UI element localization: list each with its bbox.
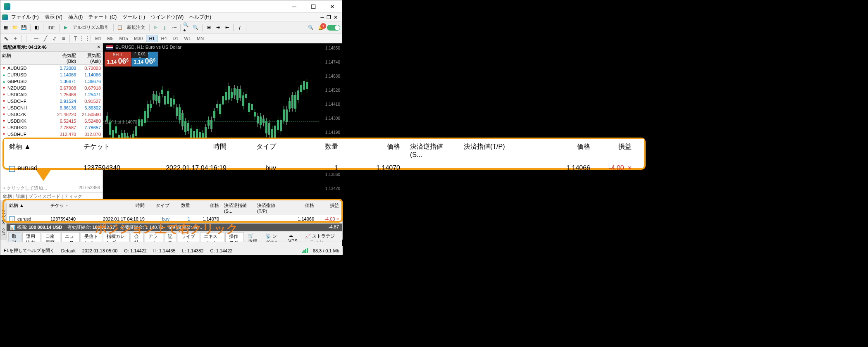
tb-col-tp[interactable]: 決済指値(T/P) <box>255 201 288 215</box>
menu-chart[interactable]: チャート (C) <box>86 13 119 21</box>
tf-m15[interactable]: M15 <box>117 35 131 42</box>
auto-scroll-icon[interactable]: ⇥ <box>214 24 222 31</box>
mdi-close-icon[interactable]: ✕ <box>334 14 338 20</box>
mdi-restore-icon[interactable]: ❐ <box>327 14 331 20</box>
close-button[interactable]: ✕ <box>323 0 342 13</box>
text-icon[interactable]: T <box>72 34 80 43</box>
mw-row-eurusd[interactable]: ▲ EURUSD1.140661.14066 <box>0 71 103 78</box>
algo-trading-button[interactable]: アルゴリズム取引 <box>71 24 111 31</box>
mw-row-usdhkd[interactable]: ▼ USDHKD7.785877.78657 <box>0 124 103 131</box>
menu-help[interactable]: ヘルプ(H) <box>187 13 214 21</box>
minimize-button[interactable]: ─ <box>285 0 304 13</box>
folder-icon[interactable]: 📁 <box>11 24 19 31</box>
mw-col-bid[interactable]: 売気配(Bid) <box>53 52 78 64</box>
trendline-icon[interactable]: ╱ <box>41 34 50 43</box>
tb-col-sl[interactable]: 決済逆指値(S... <box>222 201 255 215</box>
menu-window[interactable]: ウインドウ(W) <box>148 13 186 21</box>
notification-bell[interactable]: 🔔1 <box>318 25 324 30</box>
cb-col-tp: 決済指値(T/P) <box>459 139 521 162</box>
chart-canvas[interactable] <box>103 67 319 200</box>
one-click-volume[interactable]: ⌃ 0.01 ⌃ <box>131 52 148 58</box>
tab-signals[interactable]: シグナル <box>265 233 279 242</box>
mw-row-usdcad[interactable]: ▼ USDCAD1.254681.25471 <box>0 91 103 98</box>
menu-file[interactable]: ファイル (F) <box>9 13 41 21</box>
tab-trade[interactable]: 取引 <box>8 232 21 242</box>
market-watch-title: 気配値表示: 04:19:46 <box>3 44 47 50</box>
cb-col-ticket: チケット <box>79 139 149 162</box>
menu-tools[interactable]: ツール (T) <box>120 13 148 21</box>
mw-add-symbol[interactable]: + クリックして追加... <box>3 185 47 191</box>
tab-tester[interactable]: ストラテジーテスター <box>305 233 335 242</box>
line-chart-icon[interactable]: 〰 <box>170 24 178 31</box>
mw-row-audusd[interactable]: ▼ AUDUSD0.720000.72003 <box>0 65 103 71</box>
cb-position-row[interactable]: ⫶eurusd 1237594340 2022.01.17 04:16:19 b… <box>4 162 644 174</box>
menu-view[interactable]: 表示 (V) <box>42 13 65 21</box>
one-click-sell[interactable]: SELL 1.14 066 <box>105 52 131 67</box>
tb-col-price2[interactable]: 価格 <box>288 201 317 215</box>
mdi-minimize-icon[interactable]: ─ <box>320 14 324 20</box>
tf-mn[interactable]: MN <box>194 35 206 42</box>
tb-col-price[interactable]: 価格 <box>193 201 222 215</box>
objects-icon[interactable]: ⋮⋮ <box>81 34 89 43</box>
mw-col-ask[interactable]: 買気配(Ask) <box>78 52 103 64</box>
tb-col-time[interactable]: 時間 <box>89 201 147 215</box>
tb-col-type[interactable]: タイプ <box>147 201 172 215</box>
price-tick: 1.14850 <box>325 46 340 50</box>
horizontal-line-icon[interactable]: ─ <box>32 34 41 43</box>
grid-icon[interactable]: ⊞ <box>205 24 212 31</box>
tf-h1[interactable]: H1 <box>146 35 157 42</box>
mw-row-gbpusd[interactable]: ▲ GBPUSD1.366711.36676 <box>0 78 103 85</box>
data-window-icon[interactable]: ◧ <box>33 24 41 31</box>
tf-d1[interactable]: D1 <box>170 35 181 42</box>
new-chart-icon[interactable]: ▦ <box>2 24 10 31</box>
save-icon[interactable]: 💾 <box>20 24 28 31</box>
app-icon <box>4 3 10 10</box>
crosshair-icon[interactable]: + <box>11 34 19 43</box>
mw-row-usdhuf[interactable]: ▼ USDHUF312.470312.870 <box>0 131 103 138</box>
bar-chart-icon[interactable]: ⊪ <box>152 24 160 31</box>
mw-row-usdczk[interactable]: ▼ USDCZK21.4822021.50560 <box>0 111 103 118</box>
tab-exposure[interactable]: 運用比率 <box>22 232 41 242</box>
tab-market[interactable]: 市場 <box>248 239 257 242</box>
tf-m1[interactable]: M1 <box>93 35 104 42</box>
mw-row-nzdusd[interactable]: ▼ NZDUSD0.679080.67918 <box>0 85 103 91</box>
new-order-button[interactable]: 新規注文 <box>125 24 147 31</box>
fibo-icon[interactable]: ≡ <box>60 34 68 43</box>
chart-area[interactable]: EURUSD, H1: Euro vs US Dollar SELL 1.14 … <box>103 43 342 200</box>
cb-position-icon: ⫶ <box>9 166 15 172</box>
new-order-icon: 📋 <box>116 24 124 31</box>
connection-toggle[interactable] <box>327 25 340 31</box>
tab-history[interactable]: 口座履歴 <box>42 232 60 242</box>
tab-vps[interactable]: VPS <box>289 238 298 242</box>
cb-col-type: タイプ <box>231 139 281 162</box>
shift-icon[interactable]: ⇤ <box>223 24 231 31</box>
zoom-in-icon[interactable]: 🔍+ <box>183 24 191 31</box>
search-icon[interactable]: 🔍 <box>307 24 315 31</box>
indicators-icon[interactable]: ƒ <box>236 24 243 31</box>
tf-m5[interactable]: M5 <box>105 35 116 42</box>
market-watch-close-icon[interactable]: × <box>98 44 100 50</box>
tf-m30[interactable]: M30 <box>131 35 145 42</box>
market-watch-panel: 気配値表示: 04:19:46 × 銘柄 売気配(Bid) 買気配(Ask) ▼… <box>0 43 103 200</box>
tb-col-pl[interactable]: 損益 <box>317 201 341 215</box>
tf-w1[interactable]: W1 <box>182 35 194 42</box>
tab-news[interactable]: ニュース <box>61 232 80 242</box>
connection-bars-icon <box>302 248 308 253</box>
zoom-out-icon[interactable]: 🔍- <box>192 24 200 31</box>
tb-col-volume[interactable]: 数量 <box>172 201 193 215</box>
ide-button[interactable]: IDE <box>46 24 57 31</box>
tb-col-ticket[interactable]: チケット <box>48 201 89 215</box>
tb-col-symbol[interactable]: 銘柄 ▲ <box>7 201 48 215</box>
mw-col-symbol[interactable]: 銘柄 <box>0 52 53 64</box>
tf-h4[interactable]: H4 <box>158 35 169 42</box>
profile-name[interactable]: Default <box>61 248 76 253</box>
mw-row-usdchf[interactable]: ▼ USDCHF0.915240.91527 <box>0 98 103 105</box>
cursor-icon[interactable]: ⬉ <box>2 34 10 43</box>
menu-insert[interactable]: 挿入(I) <box>66 13 85 21</box>
channel-icon[interactable]: ⫽ <box>50 34 59 43</box>
mw-row-usdcnh[interactable]: ▼ USDCNH6.361366.36302 <box>0 105 103 111</box>
candle-chart-icon[interactable]: ⫿ <box>161 24 169 31</box>
mw-row-usddkk[interactable]: ▼ USDDKK6.524156.52480 <box>0 118 103 124</box>
vertical-line-icon[interactable]: │ <box>23 34 31 43</box>
maximize-button[interactable]: ☐ <box>304 0 323 13</box>
